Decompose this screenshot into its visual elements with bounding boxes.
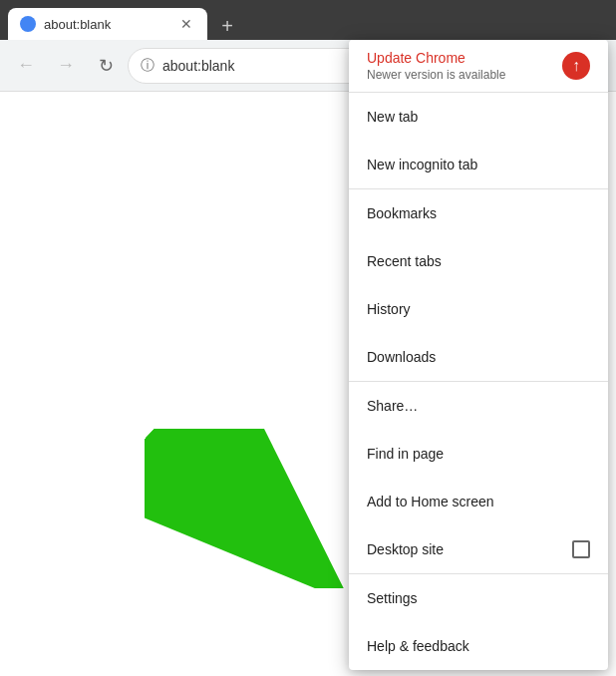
menu-item-recent-tabs[interactable]: Recent tabs: [349, 237, 608, 285]
menu-item-help-feedback[interactable]: Help & feedback: [349, 622, 608, 670]
menu-item-history[interactable]: History: [349, 285, 608, 333]
forward-icon: →: [57, 55, 75, 76]
menu-item-desktop-site[interactable]: Desktop site: [349, 525, 608, 573]
info-icon: ⓘ: [141, 57, 154, 75]
context-menu: Update Chrome Newer version is available…: [349, 40, 608, 670]
new-tab-button[interactable]: +: [211, 12, 243, 40]
browser-tab[interactable]: about:blank ✕: [8, 8, 207, 40]
menu-item-update-chrome[interactable]: Update Chrome Newer version is available…: [349, 40, 608, 92]
update-chrome-title: Update Chrome: [367, 50, 505, 66]
update-chrome-subtitle: Newer version is available: [367, 68, 505, 82]
back-icon: ←: [17, 55, 35, 76]
address-text: about:blank: [162, 58, 234, 74]
update-chrome-icon: ↑: [562, 52, 590, 80]
update-text-group: Update Chrome Newer version is available: [367, 50, 505, 82]
tab-title: about:blank: [44, 17, 169, 32]
tab-close-button[interactable]: ✕: [177, 15, 195, 33]
menu-item-settings[interactable]: Settings: [349, 574, 608, 622]
menu-item-downloads[interactable]: Downloads: [349, 333, 608, 381]
menu-item-bookmarks[interactable]: Bookmarks: [349, 189, 608, 237]
reload-icon: ↻: [99, 55, 114, 77]
menu-item-new-incognito-tab[interactable]: New incognito tab: [349, 141, 608, 188]
page-content: [0, 92, 344, 676]
tab-favicon: [20, 16, 36, 32]
menu-item-find-in-page[interactable]: Find in page: [349, 430, 608, 478]
menu-item-share[interactable]: Share…: [349, 382, 608, 430]
menu-item-add-to-home[interactable]: Add to Home screen: [349, 478, 608, 525]
desktop-site-checkbox[interactable]: [572, 540, 590, 558]
menu-item-new-tab[interactable]: New tab: [349, 93, 608, 141]
forward-button[interactable]: →: [48, 48, 84, 84]
title-bar: about:blank ✕ +: [0, 0, 616, 40]
reload-button[interactable]: ↻: [88, 48, 124, 84]
back-button[interactable]: ←: [8, 48, 44, 84]
